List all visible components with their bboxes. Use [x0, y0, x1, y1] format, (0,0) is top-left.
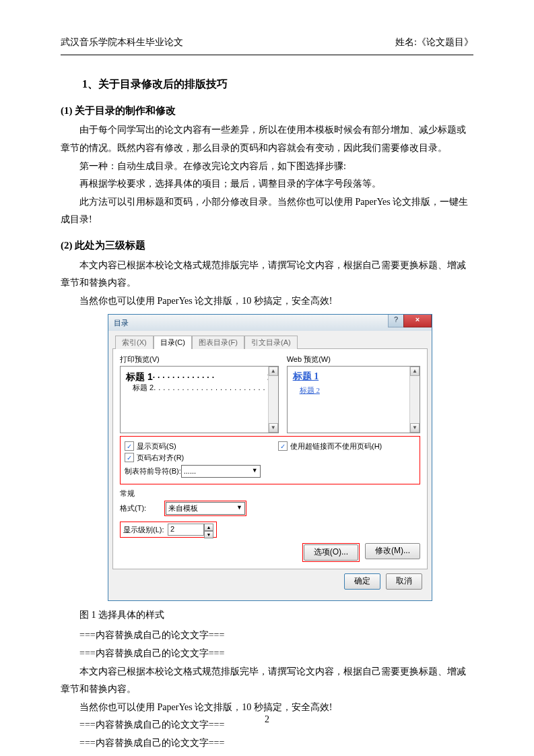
tab-index[interactable]: 索引(X) [115, 336, 154, 348]
dialog-tabs: 索引(X) 目录(C) 图表目录(F) 引文目录(A) [112, 335, 428, 348]
print-preview-box: 标题 1 ............. 1 标题 2 ..............… [120, 366, 279, 433]
scrollbar[interactable]: ▲ ▼ [268, 367, 278, 433]
opt-show-page-label: 显示页码(S) [137, 441, 176, 451]
print-preview-label: 打印预览(V) [120, 354, 279, 364]
opt-right-align[interactable]: ✓ 页码右对齐(R) [125, 453, 262, 462]
cancel-button[interactable]: 取消 [386, 573, 422, 590]
pp-heading1: 标题 1 [126, 371, 153, 383]
dialog-title-text: 目录 [114, 318, 129, 327]
page-header: 武汉音乐学院本科生毕业论文 姓名:《论文题目》 [61, 34, 473, 55]
sec2-p2: 当然你也可以使用 PaperYes 论文排版，10 秒搞定，安全高效! [61, 292, 473, 311]
placeholder-4: ===内容替换成自己的论文文字=== [61, 734, 473, 753]
opt-use-hyperlink-label: 使用超链接而不使用页码(H) [290, 441, 382, 451]
after-p1: 本文内容已根据本校论文格式规范排版完毕，请撰写论文内容，根据自己需要更换标题、增… [61, 663, 473, 699]
tab-citation-toc[interactable]: 引文目录(A) [244, 336, 298, 348]
modify-button[interactable]: 修改(M)... [365, 543, 420, 559]
heading-level-2: 1、关于目录修改后的排版技巧 [61, 74, 473, 94]
heading-sec1: (1) 关于目录的制作和修改 [61, 101, 473, 121]
level-spinner[interactable]: 2 ▲▼ [168, 524, 213, 536]
header-right: 姓名:《论文题目》 [395, 34, 473, 52]
format-select[interactable]: 来自模板▼ [166, 502, 245, 515]
sec1-p3: 再根据学校要求，选择具体的项目；最后，调整目录的字体字号段落等。 [61, 175, 473, 193]
opt-use-hyperlink[interactable]: ✓ 使用超链接而不使用页码(H) [278, 441, 415, 451]
format-select-highlight: 来自模板▼ [164, 501, 246, 516]
toc-dialog-figure: 目录 ? × 索引(X) 目录(C) 图表目录(F) 引文目录(A) 打印预览(… [108, 314, 432, 600]
placeholder-2: ===内容替换成自己的论文文字=== [61, 645, 473, 663]
page-number: 2 [0, 711, 534, 729]
sec2-p1: 本文内容已根据本校论文格式规范排版完毕，请撰写论文内容，根据自己需要更换标题、增… [61, 257, 473, 292]
opt-right-align-label: 页码右对齐(R) [137, 453, 184, 462]
tab-panel-toc: 打印预览(V) 标题 1 ............. 1 标题 2 ......… [112, 348, 428, 569]
leader-select[interactable]: ......▼ [181, 465, 261, 478]
figure-caption: 图 1 选择具体的样式 [61, 606, 473, 625]
opt-leader: 制表符前导符(B): ......▼ [125, 465, 262, 478]
web-preview-label: Web 预览(W) [287, 354, 420, 364]
options-button-highlight: 选项(O)... [302, 543, 360, 562]
wp-heading1[interactable]: 标题 1 [293, 371, 414, 383]
dialog-titlebar: 目录 ? × [108, 315, 432, 331]
tab-figure-toc[interactable]: 图表目录(F) [192, 336, 244, 348]
wp-heading2[interactable]: 标题 2 [300, 385, 414, 395]
scrollbar-2[interactable]: ▲ ▼ [409, 367, 420, 433]
opt-show-page[interactable]: ✓ 显示页码(S) [125, 441, 262, 451]
toc-dialog: 目录 ? × 索引(X) 目录(C) 图表目录(F) 引文目录(A) 打印预览(… [108, 314, 432, 600]
header-left: 武汉音乐学院本科生毕业论文 [61, 34, 183, 52]
sec1-p2: 第一种：自动生成目录。在修改完论文内容后，如下图选择步骤: [61, 158, 473, 176]
options-area-highlight: ✓ 显示页码(S) ✓ 页码右对齐(R) 制表符前导符(B): ......▼ [120, 436, 420, 484]
options-button[interactable]: 选项(O)... [304, 544, 358, 561]
tab-toc[interactable]: 目录(C) [154, 336, 192, 348]
general-section-label: 常规 [120, 489, 420, 498]
placeholder-1: ===内容替换成自己的论文文字=== [61, 627, 473, 645]
heading-sec2: (2) 此处为三级标题 [61, 236, 473, 255]
pp-heading2: 标题 2 [133, 383, 154, 392]
web-preview-box: 标题 1 标题 2 ▲ ▼ [287, 366, 420, 433]
help-button[interactable]: ? [388, 315, 403, 327]
level-highlight: 显示级别(L): 2 ▲▼ [120, 522, 217, 538]
close-button[interactable]: × [403, 315, 432, 327]
level-label: 显示级别(L): [123, 525, 168, 534]
opt-leader-label: 制表符前导符(B): [125, 466, 181, 476]
sec1-p1: 由于每个同学写出的论文内容有一些差异，所以在使用本模板时候会有部分增加、减少标题… [61, 121, 473, 157]
ok-button[interactable]: 确定 [344, 573, 380, 590]
sec1-p4: 此方法可以引用标题和页码，小部分修改目录。当然你也可以使用 PaperYes 论… [61, 193, 473, 229]
format-label: 格式(T): [120, 503, 164, 513]
